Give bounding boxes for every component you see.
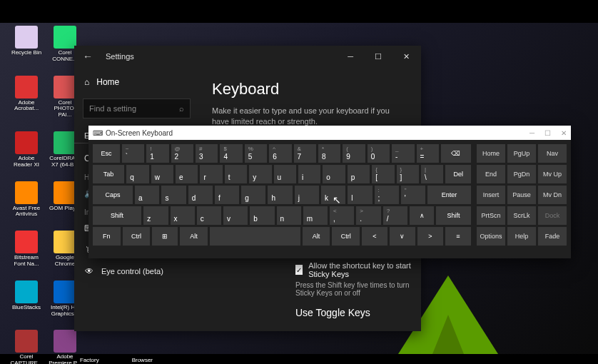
key-mvup[interactable]: Mv Up [538, 165, 567, 183]
key-pgup[interactable]: PgUp [507, 144, 536, 163]
key-6[interactable]: ^6 [269, 144, 291, 163]
key-d[interactable]: d [188, 186, 213, 204]
key-[interactable]: ∨ [390, 227, 415, 246]
key-h[interactable]: h [268, 186, 292, 204]
key-home[interactable]: Home [477, 144, 505, 163]
key-[interactable]: :; [375, 186, 399, 204]
key-z[interactable]: z [143, 206, 168, 225]
key-9[interactable]: (9 [343, 144, 365, 163]
key-n[interactable]: n [277, 206, 301, 225]
key-[interactable]: "' [401, 186, 425, 204]
key-mvdn[interactable]: Mv Dn [538, 186, 567, 204]
osk-maximize-button[interactable]: ☐ [544, 129, 551, 137]
key-4[interactable]: $4 [220, 144, 242, 163]
key-[interactable]: ∧ [410, 206, 434, 225]
key-fade[interactable]: Fade [538, 227, 567, 246]
key-i[interactable]: i [298, 165, 320, 183]
nav-item-eye-control-beta-[interactable]: 👁Eye control (beta) [74, 261, 199, 282]
key-7[interactable]: &7 [294, 144, 316, 163]
key-pause[interactable]: Pause [507, 186, 536, 204]
key-prtscn[interactable]: PrtScn [477, 206, 505, 225]
key-[interactable]: {[ [372, 165, 394, 183]
key-u[interactable]: u [274, 165, 296, 183]
osk-close-button[interactable]: ✕ [561, 129, 567, 137]
key-[interactable]: ⌫ [441, 144, 471, 163]
key-c[interactable]: c [197, 206, 221, 225]
desktop-icon[interactable]: Adobe Acrobat... [10, 76, 43, 118]
desktop-icon[interactable]: Corel CAPTURE... [10, 330, 43, 364]
key-[interactable]: ⊞ [152, 227, 178, 246]
key-j[interactable]: j [295, 186, 319, 204]
key-a[interactable]: a [135, 186, 159, 204]
key-fn[interactable]: Fn [93, 227, 121, 246]
key-g[interactable]: g [241, 186, 265, 204]
key-[interactable]: > [417, 227, 443, 246]
osk-minimize-button[interactable]: ─ [529, 129, 534, 137]
key-r[interactable]: r [200, 165, 222, 183]
key-o[interactable]: o [323, 165, 345, 183]
key-space[interactable] [210, 227, 300, 246]
key-1[interactable]: !1 [146, 144, 168, 163]
key-e[interactable]: e [176, 165, 198, 183]
key-[interactable]: <, [330, 206, 354, 225]
key-[interactable]: _- [392, 144, 414, 163]
minimize-button[interactable]: ─ [342, 49, 359, 64]
search-input[interactable]: Find a setting ⌕ [83, 98, 191, 118]
key-end[interactable]: End [477, 165, 505, 183]
key-[interactable]: ≡ [445, 227, 471, 246]
key-q[interactable]: q [126, 165, 148, 183]
key-[interactable]: }] [397, 165, 419, 183]
taskbar-item[interactable]: Browser [132, 357, 153, 363]
key-[interactable]: += [417, 144, 439, 163]
key-2[interactable]: @2 [171, 144, 193, 163]
key-l[interactable]: l [348, 186, 372, 204]
key-alt[interactable]: Alt [180, 227, 208, 246]
key-ctrl[interactable]: Ctrl [332, 227, 360, 246]
key-shift[interactable]: Shift [93, 206, 141, 225]
key-shift[interactable]: Shift [436, 206, 471, 225]
key-alt[interactable]: Alt [303, 227, 330, 246]
taskbar-item[interactable]: Factory [80, 357, 99, 363]
key-y[interactable]: y [249, 165, 271, 183]
sticky-keys-checkbox-row[interactable]: ✓ Allow the shortcut key to start Sticky… [295, 261, 414, 278]
key-caps[interactable]: Caps [93, 186, 133, 204]
key-esc[interactable]: Esc [93, 144, 120, 163]
maximize-button[interactable]: ☐ [369, 49, 387, 64]
key-f[interactable]: f [215, 186, 239, 204]
key-scrlk[interactable]: ScrLk [507, 206, 536, 225]
key-v[interactable]: v [223, 206, 248, 225]
key-t[interactable]: t [225, 165, 247, 183]
key-8[interactable]: *8 [318, 144, 340, 163]
key-x[interactable]: x [171, 206, 195, 225]
key-w[interactable]: w [151, 165, 173, 183]
desktop-icon[interactable]: Avast Free Antivirus [10, 181, 43, 218]
key-[interactable]: >. [356, 206, 380, 225]
desktop-icon[interactable]: Recycle Bin [10, 26, 43, 63]
key-tab[interactable]: Tab [93, 165, 124, 183]
key-s[interactable]: s [161, 186, 186, 204]
key-help[interactable]: Help [507, 227, 536, 246]
key-k[interactable]: k [321, 186, 345, 204]
desktop-icon[interactable]: BlueStacks [10, 280, 43, 318]
key-ctrl[interactable]: Ctrl [123, 227, 151, 246]
key-b[interactable]: b [250, 206, 274, 225]
key-del[interactable]: Del [445, 165, 471, 183]
key-p[interactable]: p [348, 165, 370, 183]
key-m[interactable]: m [303, 206, 328, 225]
key-pgdn[interactable]: PgDn [507, 165, 536, 183]
desktop-icon[interactable]: Bitstream Font Na... [10, 231, 43, 268]
key-options[interactable]: Options [477, 227, 505, 246]
desktop-icon[interactable]: Adobe Premiere P... [49, 330, 81, 364]
home-nav[interactable]: ⌂ Home [74, 73, 199, 91]
key-3[interactable]: #3 [196, 144, 218, 163]
key-0[interactable]: )0 [368, 144, 390, 163]
key-[interactable]: |\ [421, 165, 443, 183]
key-enter[interactable]: Enter [427, 186, 471, 204]
key-[interactable]: ?/ [383, 206, 407, 225]
key-5[interactable]: %5 [245, 144, 267, 163]
key-[interactable]: < [362, 227, 387, 246]
desktop-icon[interactable]: Adobe Reader XI [10, 131, 43, 168]
key-insert[interactable]: Insert [477, 186, 505, 204]
key-[interactable]: ~` [122, 144, 144, 163]
back-button[interactable]: ← [80, 49, 96, 64]
